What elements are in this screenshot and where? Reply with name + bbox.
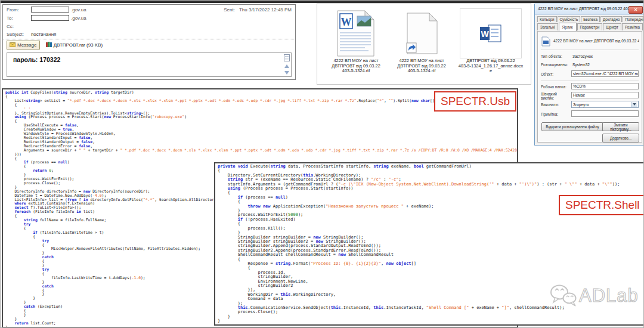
file-item-rtf[interactable]: W 4222 ВП МОУ на лист ДВТПРОВТ від 09.03… — [324, 8, 388, 74]
dialog-tab-row-back: КольориСумісністьБезпекаДокладноПопередн… — [537, 16, 644, 22]
field-label: Примітка: — [541, 112, 569, 116]
spectr-usb-annotation: SPECTR.Usb — [434, 91, 516, 112]
scroll-down-icon[interactable] — [284, 71, 289, 75]
tab-options[interactable]: Параметри — [577, 23, 603, 30]
target-input[interactable]: stem32\cmd.exe /C "4222 ВП МОУ на лист Д… — [571, 70, 639, 77]
email-body-text: пароль: 170322 — [13, 56, 60, 63]
shortcut-file-icon — [404, 12, 439, 55]
tab-details[interactable]: Докладно — [600, 16, 623, 22]
redacted-from-address — [31, 7, 69, 13]
open-file-location-button[interactable]: Відкрити розташування файлу — [541, 122, 603, 131]
email-body: пароль: 170322 — [7, 52, 292, 77]
field-label: Швидкий виклик: — [541, 92, 569, 100]
file-explorer-panel: W 4222 ВП МОУ на лист ДВТПРОВТ від 09.03… — [317, 3, 531, 85]
tab-font[interactable]: Шрифт — [603, 23, 621, 30]
word-rtf-document-icon: W — [336, 10, 376, 57]
email-panel: From: .gov.ua Sent:Thu 3/17/2022 12:45 P… — [2, 4, 296, 80]
shortcut-file-name: 4222 ВП МОУ на лист ДВТПРОВТ від 09.03.2… — [553, 39, 639, 43]
subject-value: постачання — [31, 32, 56, 37]
attachment-bar: Message ДВТПРОВТ.rar (93 KB) — [3, 39, 295, 51]
change-icon-button[interactable]: Змінити піктограму... — [602, 122, 639, 131]
dialog-title: 4222 ВП МОУ на лист ДВТПРОВТ від 09.03.2… — [535, 4, 644, 15]
subject-label: Subject: — [7, 32, 24, 37]
to-domain: .gov.ua — [71, 16, 86, 21]
from-label: From: — [7, 7, 19, 13]
attachment-chip[interactable]: ДВТПРОВТ.rar (93 KB) — [43, 41, 106, 49]
email-to-row: To: .gov.ua — [3, 15, 295, 22]
spectr-shell-annotation: SPECTR.Shell — [559, 195, 644, 215]
comment-input[interactable] — [571, 110, 639, 117]
top-edge-strip — [1, 1, 644, 3]
file-label-line: e — [454, 69, 527, 74]
file-label-line: 403-5-1324.rtf — [390, 69, 453, 74]
run-mode-select[interactable]: Згорнуто — [571, 101, 639, 108]
from-domain: .gov.ua — [71, 7, 86, 13]
svg-text:W: W — [481, 29, 489, 39]
shortcut-tab-content: 4222 ВП МОУ на лист ДВТПРОВТ від 09.03.2… — [537, 31, 642, 143]
adlab-watermark: ADLab — [549, 283, 639, 308]
field-label: Тип об'єкта: — [541, 54, 569, 58]
to-label: To: — [7, 16, 13, 21]
adlab-watermark-text: ADLab — [579, 285, 639, 307]
sent-timestamp: Sent:Thu 3/17/2022 12:45 PM — [224, 7, 292, 13]
tab-layout[interactable]: Розмітка — [622, 23, 643, 30]
working-folder-input[interactable]: %CD% — [571, 83, 639, 89]
tab-compatibility[interactable]: Сумісність — [558, 16, 581, 22]
field-label: Об'єкт: — [541, 72, 569, 76]
message-tab-label: Message — [17, 42, 36, 48]
tab-security[interactable]: Безпека — [581, 16, 600, 22]
envelope-icon — [10, 42, 16, 47]
close-icon[interactable]: ✕ — [628, 6, 643, 14]
tab-colors[interactable]: Кольори — [537, 16, 557, 22]
shortcut-app-icon — [541, 36, 550, 47]
cc-label: Cc: — [7, 24, 14, 29]
file-item-docx[interactable]: W ДВТПРОВТ від 09.03.22 403-5-1324_1.26.… — [454, 8, 527, 74]
field-label: Розташування: — [541, 63, 569, 67]
sent-label: Sent: — [224, 7, 235, 13]
field-value: Застосунок — [572, 54, 593, 58]
divider — [541, 49, 639, 50]
shortcut-key-input[interactable]: Немає — [571, 92, 639, 98]
tab-previous-versions[interactable]: Попередні версії — [623, 16, 644, 22]
tab-general[interactable]: Загальні — [537, 23, 558, 30]
wechat-logo-icon — [549, 283, 578, 308]
docx-tile: W — [460, 8, 522, 58]
advanced-button[interactable]: Додатково... — [602, 134, 639, 143]
svg-text:W: W — [341, 16, 352, 28]
sent-value: Thu 3/17/2022 12:45 PM — [239, 7, 292, 13]
rar-archive-icon — [46, 42, 52, 47]
field-label: Робоча папка: — [541, 85, 569, 89]
divider — [541, 81, 639, 81]
redacted-to-address — [31, 15, 69, 21]
file-label-line: 403-5-1324.rtf — [324, 69, 388, 74]
tab-shortcut[interactable]: Ярлик — [559, 23, 577, 31]
field-label: Виконати: — [541, 103, 569, 107]
email-cc-row: Cc: — [3, 23, 295, 30]
file-item-shortcut[interactable]: 4222 ВП МОУ на лист ДВТПРОВТ від 09.03.2… — [390, 8, 453, 74]
field-value: System32 — [572, 63, 590, 67]
run-mode-value: Згорнуто — [573, 103, 589, 107]
scroll-up-icon[interactable] — [284, 64, 289, 68]
email-scrollbar[interactable] — [283, 54, 290, 76]
email-subject-row: Subject: постачання — [3, 31, 295, 38]
chevron-down-icon[interactable] — [631, 102, 637, 107]
attachment-name: ДВТПРОВТ.rar (93 KB) — [54, 42, 103, 48]
message-tab[interactable]: Message — [7, 41, 40, 49]
email-from-row: From: .gov.ua Sent:Thu 3/17/2022 12:45 P… — [3, 7, 295, 14]
properties-dialog: 4222 ВП МОУ на лист ДВТПРОВТ від 09.03.2… — [534, 4, 644, 146]
dialog-tab-row-front: ЗагальніЯрликПараметриШрифтРозмітка — [537, 23, 643, 31]
word-docx-icon: W — [479, 23, 502, 44]
page-icon[interactable] — [284, 54, 290, 61]
screenshot-canvas: From: .gov.ua Sent:Thu 3/17/2022 12:45 P… — [0, 0, 644, 328]
